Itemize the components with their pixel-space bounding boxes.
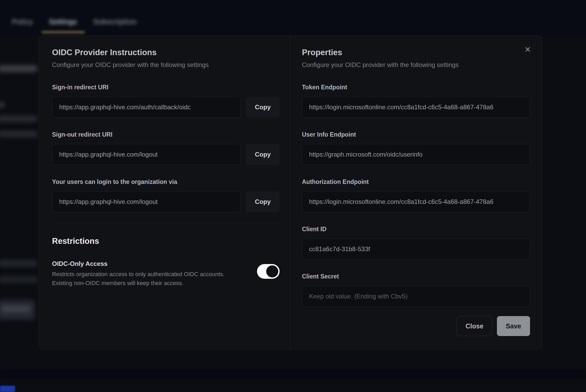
instructions-subtitle: Configure your OIDC provider with the fo…: [52, 61, 280, 69]
client-secret-label: Client Secret: [302, 273, 530, 280]
copy-sign-out-uri-button[interactable]: Copy: [246, 144, 280, 165]
client-secret-row: [302, 286, 530, 307]
blurred-background-text: [0, 116, 37, 122]
modal-actions: Close Save: [302, 316, 530, 336]
oidc-only-access-toggle[interactable]: [257, 264, 280, 279]
sign-out-redirect-uri-row: Copy: [52, 144, 280, 165]
blurred-blue-element: [0, 386, 15, 392]
restrictions-heading: Restrictions: [52, 236, 280, 246]
background-band: [0, 369, 586, 379]
oidc-only-access-row: OIDC-Only Access Restricts organization …: [52, 260, 280, 288]
client-id-input[interactable]: [302, 239, 530, 260]
copy-sign-in-uri-button[interactable]: Copy: [246, 97, 280, 118]
tab-subscription[interactable]: Subscription: [93, 18, 137, 26]
blurred-background-text: [0, 276, 38, 283]
section-divider: [52, 223, 280, 223]
blurred-background-text: [0, 65, 37, 72]
save-button[interactable]: Save: [497, 316, 530, 336]
sign-in-redirect-uri-input[interactable]: [52, 97, 241, 118]
authorization-endpoint-input[interactable]: [302, 191, 530, 212]
oidc-only-access-description: Restricts organization access to only au…: [52, 270, 249, 288]
properties-title: Properties: [302, 47, 530, 58]
organization-login-uri-input[interactable]: [52, 191, 241, 212]
blurred-background-text: [0, 131, 38, 137]
user-info-endpoint-input[interactable]: [302, 144, 530, 165]
instructions-column: OIDC Provider Instructions Configure you…: [39, 36, 290, 349]
tab-settings[interactable]: Settings: [49, 18, 77, 26]
properties-column: Properties Configure your OIDC provider …: [290, 36, 542, 349]
properties-subtitle: Configure your OIDC provider with the fo…: [302, 61, 530, 69]
close-button[interactable]: Close: [456, 316, 492, 336]
authorization-endpoint-row: [302, 191, 530, 212]
tab-policy[interactable]: Policy: [12, 18, 33, 26]
client-id-row: [302, 239, 530, 260]
token-endpoint-row: [302, 97, 530, 118]
oidc-only-access-text: OIDC-Only Access Restricts organization …: [52, 260, 249, 288]
client-id-label: Client ID: [302, 225, 530, 233]
background-tabs: Policy Settings Subscription: [12, 18, 137, 26]
authorization-endpoint-label: Authorization Endpoint: [302, 178, 530, 185]
oidc-settings-modal: ✕ OIDC Provider Instructions Configure y…: [39, 35, 542, 349]
active-tab-underline: [42, 31, 85, 33]
copy-organization-login-uri-button[interactable]: Copy: [246, 191, 280, 212]
oidc-only-access-description-line1: Restricts organization access to only au…: [52, 270, 249, 279]
oidc-only-access-label: OIDC-Only Access: [52, 260, 249, 268]
token-endpoint-input[interactable]: [302, 97, 530, 118]
organization-login-uri-label: Your users can login to the organization…: [52, 178, 280, 185]
instructions-title: OIDC Provider Instructions: [52, 47, 280, 58]
sign-in-redirect-uri-label: Sign-in redirect URI: [52, 84, 280, 91]
token-endpoint-label: Token Endpoint: [302, 84, 530, 91]
sign-in-redirect-uri-row: Copy: [52, 97, 280, 118]
user-info-endpoint-row: [302, 144, 530, 165]
client-secret-input[interactable]: [302, 286, 530, 307]
blurred-background-button-label: [2, 306, 30, 312]
blurred-background-dot: [0, 102, 4, 108]
organization-login-uri-row: Copy: [52, 191, 280, 212]
sign-out-redirect-uri-input[interactable]: [52, 144, 241, 165]
sign-out-redirect-uri-label: Sign-out redirect URI: [52, 131, 280, 138]
background-topbar: Policy Settings Subscription: [0, 0, 586, 35]
blurred-background-text: [0, 260, 37, 266]
screen: Policy Settings Subscription ✕ OIDC Prov…: [0, 0, 586, 392]
toggle-knob: [266, 265, 278, 277]
user-info-endpoint-label: User Info Endpoint: [302, 131, 530, 138]
oidc-only-access-description-line2: Existing non-OIDC members will keep thei…: [52, 279, 249, 288]
